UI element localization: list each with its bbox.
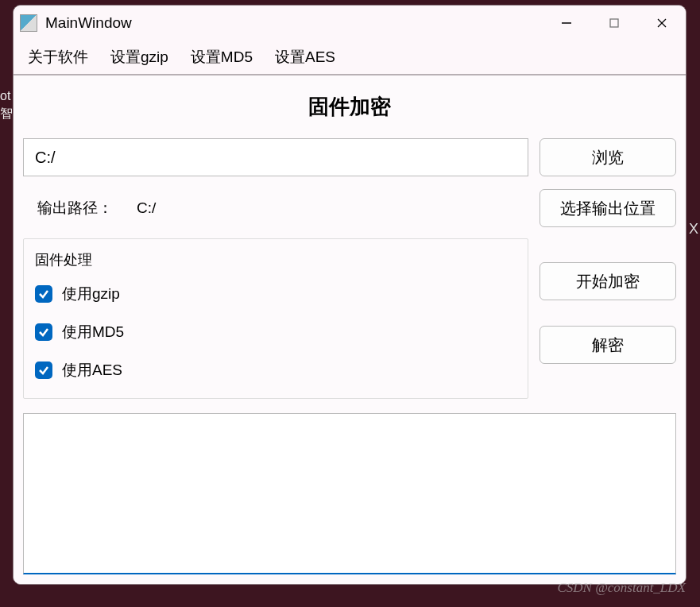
menubar: 关于软件 设置gzip 设置MD5 设置AES [14, 41, 686, 75]
check-icon [38, 288, 49, 300]
menu-aes[interactable]: 设置AES [275, 47, 335, 68]
path-input[interactable] [23, 138, 528, 176]
close-icon [656, 17, 667, 29]
firmware-fieldset: 固件处理 使用gzip 使用MD5 使用 [23, 238, 528, 399]
titlebar: MainWindow [14, 6, 686, 41]
output-label: 输出路径： [37, 198, 113, 218]
main-window: MainWindow 关于软件 设置gzip 设置MD5 设置AES 固件加密 … [13, 5, 686, 585]
checkbox-aes[interactable] [35, 361, 52, 379]
menu-about[interactable]: 关于软件 [28, 47, 88, 68]
fieldset-legend: 固件处理 [35, 250, 516, 269]
encrypt-button[interactable]: 开始加密 [540, 262, 676, 300]
edge-char: X [689, 221, 698, 238]
choose-output-button[interactable]: 选择输出位置 [540, 189, 676, 227]
browse-button[interactable]: 浏览 [540, 138, 676, 176]
menu-gzip[interactable]: 设置gzip [110, 47, 168, 68]
output-row: 输出路径： C:/ 选择输出位置 [23, 189, 676, 227]
window-controls [543, 6, 686, 41]
watermark: CSDN @constant_LDX [557, 580, 686, 596]
checkbox-row-md5: 使用MD5 [35, 322, 516, 342]
check-icon [38, 327, 49, 338]
menu-md5[interactable]: 设置MD5 [191, 47, 253, 68]
input-row: 浏览 [23, 138, 676, 176]
app-icon [20, 14, 37, 32]
content-area: 固件加密 浏览 输出路径： C:/ 选择输出位置 固件处理 使用gzip [14, 75, 686, 584]
checkbox-md5[interactable] [35, 323, 52, 341]
output-value: C:/ [137, 199, 156, 217]
svg-rect-1 [610, 19, 618, 27]
output-label-area: 输出路径： C:/ [23, 198, 528, 218]
log-textarea[interactable] [23, 413, 676, 574]
checkbox-gzip[interactable] [35, 285, 52, 303]
checkbox-row-gzip: 使用gzip [35, 284, 516, 304]
window-title: MainWindow [45, 14, 543, 32]
action-buttons: 开始加密 解密 [540, 238, 676, 364]
checkbox-label: 使用AES [62, 360, 122, 381]
minimize-button[interactable] [543, 6, 590, 41]
checkbox-label: 使用gzip [62, 284, 120, 304]
checkbox-row-aes: 使用AES [35, 360, 516, 381]
maximize-button[interactable] [590, 6, 638, 41]
page-title: 固件加密 [23, 75, 676, 138]
check-icon [38, 365, 49, 376]
close-button[interactable] [638, 6, 686, 41]
decrypt-button[interactable]: 解密 [540, 326, 676, 364]
checkbox-label: 使用MD5 [62, 322, 124, 342]
main-area: 固件处理 使用gzip 使用MD5 使用 [23, 238, 676, 399]
maximize-icon [609, 17, 620, 29]
minimize-icon [561, 17, 572, 29]
